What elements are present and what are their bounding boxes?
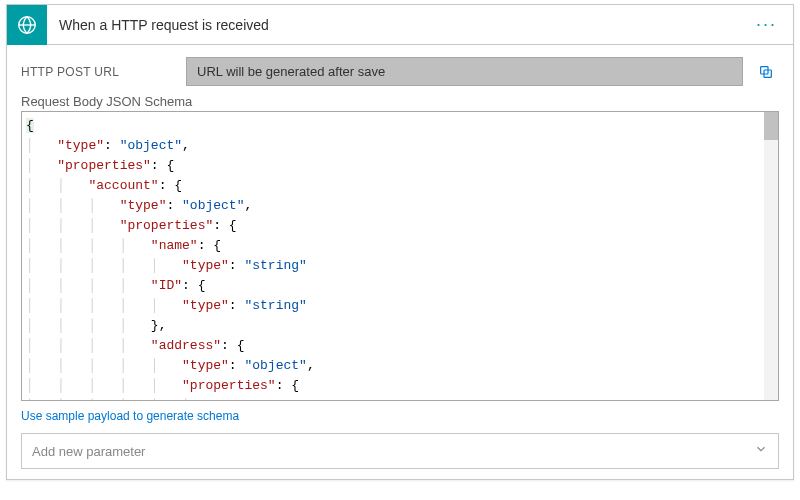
copy-url-button[interactable] (753, 59, 779, 85)
code-line: │ │ │ │ │ "type": "string" (26, 256, 770, 276)
url-field: URL will be generated after save (186, 57, 743, 86)
card-body: HTTP POST URL URL will be generated afte… (7, 45, 793, 479)
copy-icon (758, 64, 774, 80)
more-button[interactable]: ··· (740, 14, 793, 35)
card-header: When a HTTP request is received ··· (7, 5, 793, 45)
code-line: │ │ │ │ }, (26, 316, 770, 336)
http-globe-icon (7, 5, 47, 45)
code-line: │ "properties": { (26, 156, 770, 176)
scrollbar-track[interactable] (764, 112, 778, 400)
add-parameter-placeholder: Add new parameter (32, 444, 145, 459)
sample-payload-link[interactable]: Use sample payload to generate schema (21, 409, 779, 423)
code-line: │ "type": "object", (26, 136, 770, 156)
url-label: HTTP POST URL (21, 65, 176, 79)
code-line: │ │ │ │ │ "type": "object", (26, 356, 770, 376)
chevron-down-icon (754, 442, 768, 460)
http-trigger-card: When a HTTP request is received ··· HTTP… (6, 4, 794, 480)
code-line: │ │ │ "properties": { (26, 216, 770, 236)
code-line: │ │ │ │ │ "properties": { (26, 376, 770, 396)
code-line: │ │ │ │ "ID": { (26, 276, 770, 296)
code-line: │ │ │ │ │ "type": "string" (26, 296, 770, 316)
schema-editor[interactable]: {│ "type": "object",│ "properties": {│ │… (21, 111, 779, 401)
code-line: { (26, 116, 770, 136)
url-row: HTTP POST URL URL will be generated afte… (21, 57, 779, 86)
card-title: When a HTTP request is received (47, 17, 740, 33)
code-line: │ │ │ │ "name": { (26, 236, 770, 256)
code-line: │ │ "account": { (26, 176, 770, 196)
scrollbar-thumb[interactable] (764, 112, 778, 140)
code-line: │ │ │ │ "address": { (26, 336, 770, 356)
add-parameter-select[interactable]: Add new parameter (21, 433, 779, 469)
schema-label: Request Body JSON Schema (21, 94, 779, 109)
code-line: │ │ │ │ │ │ "number": { (26, 396, 770, 401)
code-line: │ │ │ "type": "object", (26, 196, 770, 216)
